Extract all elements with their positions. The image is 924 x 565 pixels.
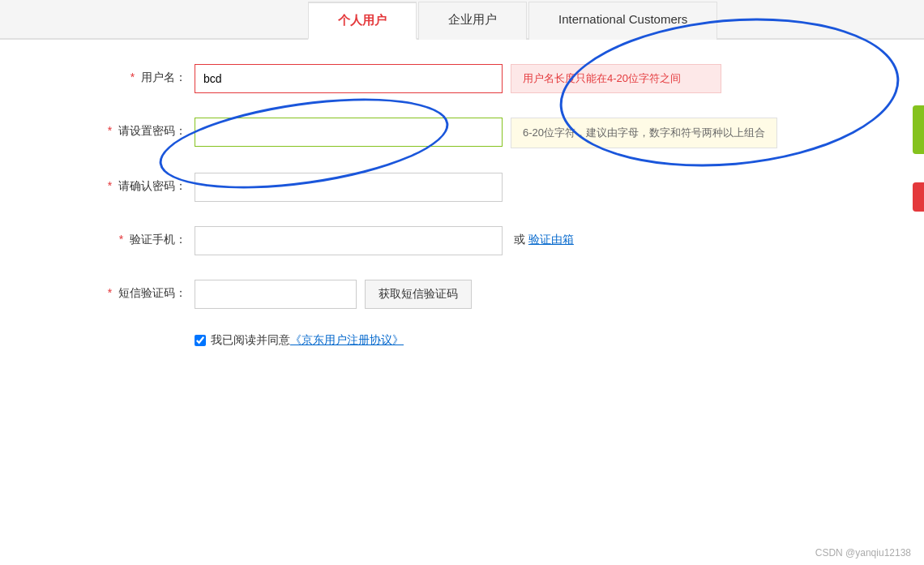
phone-row: * 验证手机： 或 验证由箱: [32, 226, 859, 255]
tab-bar: 个人用户 企业用户 International Customers: [0, 0, 924, 40]
confirm-password-input-wrap: [195, 173, 859, 202]
tab-international[interactable]: International Customers: [528, 2, 717, 40]
confirm-required-star: *: [108, 179, 115, 192]
username-required-star: *: [130, 71, 138, 83]
agreement-link[interactable]: 《京东用户注册协议》: [290, 333, 404, 346]
password-hint-msg: 6-20位字符，建议由字母，数字和符号两种以上组合: [511, 118, 777, 148]
password-required-star: *: [108, 124, 115, 137]
phone-input[interactable]: [195, 226, 503, 255]
username-input[interactable]: [195, 64, 503, 93]
right-bar-green: [913, 105, 924, 154]
form-area: * 用户名： 用户名长度只能在4-20位字符之间 * 请设置密码： 6-20位字…: [0, 40, 892, 372]
sms-code-input[interactable]: [195, 280, 357, 309]
password-label: * 请设置密码：: [32, 118, 195, 139]
phone-label: * 验证手机：: [32, 226, 195, 247]
agree-label-text: 我已阅读并同意《京东用户注册协议》: [211, 333, 404, 348]
username-row: * 用户名： 用户名长度只能在4-20位字符之间: [32, 64, 859, 93]
confirm-password-label: * 请确认密码：: [32, 173, 195, 194]
sms-label: * 短信验证码：: [32, 280, 195, 301]
watermark: CSDN @yanqiu12138: [815, 547, 911, 559]
phone-input-wrap: 或 验证由箱: [195, 226, 859, 255]
username-input-wrap: 用户名长度只能在4-20位字符之间: [195, 64, 859, 93]
sms-code-row: * 短信验证码： 获取短信验证码: [32, 280, 859, 309]
tab-personal[interactable]: 个人用户: [308, 2, 417, 40]
or-verify-text: 或 验证由箱: [514, 226, 574, 247]
password-input-wrap: 6-20位字符，建议由字母，数字和符号两种以上组合: [195, 118, 859, 148]
confirm-password-row: * 请确认密码：: [32, 173, 859, 202]
sms-input-wrap: 获取短信验证码: [195, 280, 859, 309]
username-label: * 用户名：: [32, 64, 195, 85]
password-input[interactable]: [195, 118, 503, 147]
page-wrapper: 个人用户 企业用户 International Customers * 用户名：…: [0, 0, 924, 565]
confirm-password-input[interactable]: [195, 173, 503, 202]
password-row: * 请设置密码： 6-20位字符，建议由字母，数字和符号两种以上组合: [32, 118, 859, 148]
sms-required-star: *: [108, 286, 115, 299]
phone-required-star: *: [119, 233, 126, 246]
tab-enterprise[interactable]: 企业用户: [418, 2, 527, 40]
get-sms-button[interactable]: 获取短信验证码: [365, 280, 472, 309]
right-bar-red: [913, 182, 924, 212]
username-error-msg: 用户名长度只能在4-20位字符之间: [511, 64, 721, 93]
verify-email-link[interactable]: 验证由箱: [528, 233, 574, 246]
agree-checkbox[interactable]: [195, 335, 206, 346]
agree-row: 我已阅读并同意《京东用户注册协议》: [195, 333, 859, 348]
